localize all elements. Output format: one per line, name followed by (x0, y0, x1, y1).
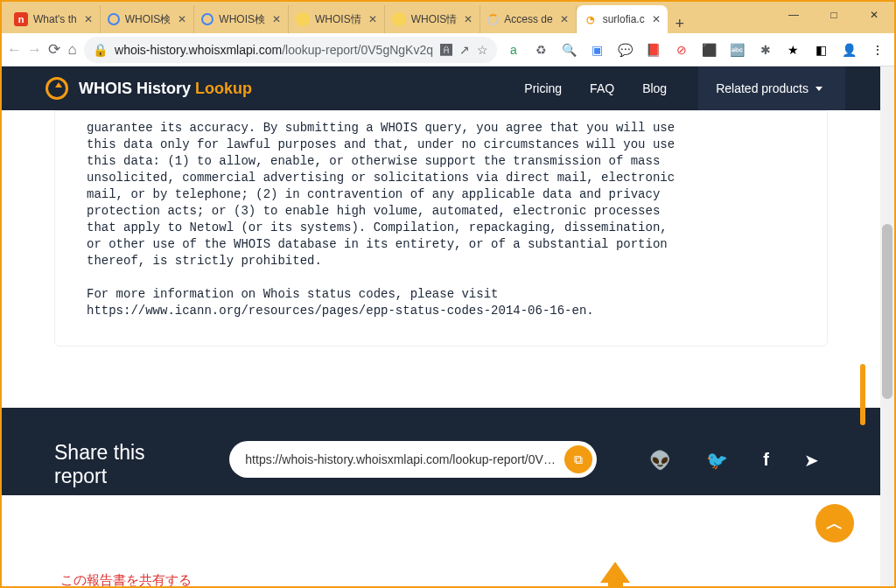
brand[interactable]: WHOIS History Lookup (46, 77, 252, 100)
favicon-orange-icon: ◔ (584, 12, 598, 26)
social-links: 👽 🐦 f ➤ (649, 441, 828, 471)
extension-icon[interactable]: ⊘ (670, 38, 693, 61)
side-highlight-marker (860, 364, 865, 425)
extension-icon[interactable]: ▣ (586, 38, 609, 61)
extension-icon[interactable]: ⬛ (698, 38, 721, 61)
favicon-loading-icon (487, 14, 499, 25)
tab-title: WHOIS情 (315, 12, 361, 27)
favicon-globe-icon (108, 13, 120, 25)
page-content: WHOIS History Lookup Pricing FAQ Blog Re… (2, 66, 880, 586)
related-products-dropdown[interactable]: Related products (698, 66, 845, 110)
tab-4[interactable]: WHOIS情 ✕ (385, 5, 481, 33)
nav-pricing[interactable]: Pricing (510, 81, 576, 95)
bookmark-star-icon[interactable]: ☆ (477, 43, 488, 57)
close-window-button[interactable]: ✕ (854, 2, 894, 28)
toolbar: ← → ⟳ ⌂ 🔒 whois-history.whoisxmlapi.com/… (2, 33, 894, 66)
extension-icon[interactable]: ⋮ (866, 38, 889, 61)
extension-icon[interactable]: ✱ (754, 38, 777, 61)
twitter-icon[interactable]: 🐦 (706, 450, 728, 471)
home-button[interactable]: ⌂ (66, 37, 79, 63)
share-title: Share this report (54, 441, 177, 488)
scrollbar-thumb[interactable] (882, 224, 892, 399)
extension-icon[interactable]: ♻ (530, 38, 553, 61)
tab-3[interactable]: WHOIS情 ✕ (289, 5, 385, 33)
favicon-globe-icon (201, 13, 214, 25)
tab-0[interactable]: n What's th ✕ (7, 5, 101, 33)
maximize-button[interactable]: □ (814, 2, 854, 28)
tab-title: Access de (504, 13, 552, 25)
extension-icon[interactable]: 📕 (642, 38, 665, 61)
tab-2[interactable]: WHOIS検 ✕ (194, 5, 289, 33)
chevron-down-icon (816, 87, 822, 91)
extension-icon[interactable]: ★ (782, 38, 805, 61)
close-icon[interactable]: ✕ (560, 13, 569, 25)
header-nav: Pricing FAQ Blog Related products (510, 66, 845, 110)
extensions-area: a♻🔍▣💬📕⊘⬛🔤✱★◧👤⋮ (502, 38, 889, 61)
favicon-lion-icon (392, 12, 406, 26)
site-header: WHOIS History Lookup Pricing FAQ Blog Re… (2, 66, 880, 110)
minimize-button[interactable]: — (774, 2, 814, 28)
whois-raw-text: guarantee its accuracy. By submitting a … (87, 120, 795, 319)
tab-title: WHOIS検 (219, 12, 265, 27)
brand-text: WHOIS History Lookup (79, 80, 252, 98)
lock-icon: 🔒 (93, 43, 108, 57)
address-bar[interactable]: 🔒 whois-history.whoisxmlapi.com/lookup-r… (84, 37, 497, 63)
tab-6-active[interactable]: ◔ surlofia.c ✕ (577, 5, 668, 33)
annotation-arrow-icon (602, 562, 628, 586)
tab-title: What's th (33, 13, 77, 25)
share-url-icon[interactable]: ↗ (459, 43, 470, 57)
window-controls: — □ ✕ (774, 2, 894, 28)
favicon-lion-icon (296, 12, 310, 26)
copy-icon: ⧉ (574, 452, 583, 467)
close-icon[interactable]: ✕ (652, 13, 661, 25)
annotation-jp-label: この報告書を共有する (51, 567, 201, 586)
tab-title: WHOIS情 (411, 12, 458, 27)
close-icon[interactable]: ✕ (272, 13, 281, 25)
url-text: whois-history.whoisxmlapi.com/lookup-rep… (115, 43, 433, 57)
vertical-scrollbar[interactable] (880, 66, 894, 586)
nav-blog[interactable]: Blog (628, 81, 681, 95)
browser-tabs: n What's th ✕ WHOIS検 ✕ WHOIS検 ✕ WHOIS情 ✕… (7, 2, 692, 33)
extension-icon[interactable]: 👤 (838, 38, 861, 61)
close-icon[interactable]: ✕ (464, 13, 472, 25)
reddit-icon[interactable]: 👽 (649, 450, 671, 471)
share-url-text: https://whois-history.whoisxmlapi.com/lo… (245, 452, 557, 466)
new-tab-button[interactable]: + (668, 15, 692, 33)
close-icon[interactable]: ✕ (84, 13, 93, 25)
tab-title: WHOIS検 (125, 12, 172, 27)
extension-icon[interactable]: 💬 (614, 38, 637, 61)
tab-title: surlofia.c (603, 13, 645, 25)
extension-icon[interactable]: 🔤 (726, 38, 749, 61)
tab-1[interactable]: WHOIS検 ✕ (101, 5, 195, 33)
close-icon[interactable]: ✕ (178, 13, 186, 25)
extension-icon[interactable]: 🔍 (558, 38, 581, 61)
brand-logo-icon (46, 77, 68, 100)
share-url-field[interactable]: https://whois-history.whoisxmlapi.com/lo… (229, 441, 597, 478)
close-icon[interactable]: ✕ (368, 13, 377, 25)
share-section: Share this report https://whois-history.… (2, 408, 880, 495)
reload-button[interactable]: ⟳ (47, 37, 60, 63)
translate-icon[interactable]: 🅰 (440, 43, 452, 57)
extension-icon[interactable]: ◧ (810, 38, 833, 61)
forward-button[interactable]: → (27, 37, 42, 63)
tab-5[interactable]: Access de ✕ (480, 5, 576, 33)
whois-report-card: guarantee its accuracy. By submitting a … (54, 110, 828, 346)
related-label: Related products (716, 81, 808, 95)
telegram-icon[interactable]: ➤ (804, 450, 819, 471)
nav-faq[interactable]: FAQ (576, 81, 628, 95)
scroll-to-top-button[interactable]: ︿ (816, 504, 854, 542)
window-titlebar: n What's th ✕ WHOIS検 ✕ WHOIS検 ✕ WHOIS情 ✕… (2, 2, 894, 33)
back-button[interactable]: ← (7, 37, 22, 63)
copy-button[interactable]: ⧉ (564, 445, 592, 473)
extension-icon[interactable]: a (502, 38, 525, 61)
favicon-n-icon: n (14, 12, 28, 26)
facebook-icon[interactable]: f (763, 450, 769, 471)
